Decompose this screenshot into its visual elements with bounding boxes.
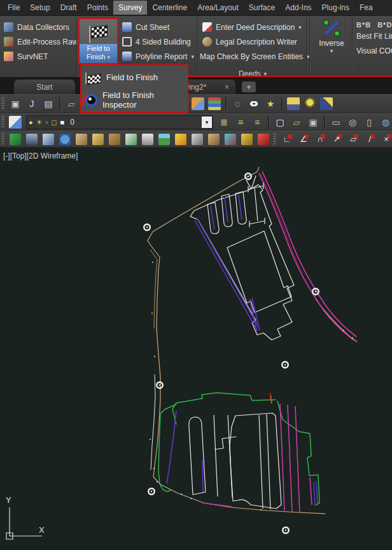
globe-search-icon[interactable] [59,134,71,145]
total-station-icon[interactable] [10,134,21,145]
copy-drawing-icon[interactable]: ▤ [42,97,55,110]
file-tab-bar: Start Drawing2* × + [0,77,392,94]
landscape-icon[interactable] [158,134,170,145]
pick-tool-icon[interactable] [76,134,87,145]
polyline-arc-icon[interactable]: ∩ [314,134,326,145]
field-to-finish-split-button[interactable]: Field to Finish ▾ [78,18,118,64]
drawing-viewport[interactable]: [-][Top][2D Wireframe] Y X [0,148,392,550]
save-file-icon[interactable]: ▣ [307,116,319,129]
ribbon-item-best-fit-line[interactable]: Best Fit Lin [356,29,392,43]
menu-points[interactable]: Points [82,1,113,15]
polyline-join-icon[interactable]: ∠ [298,134,309,145]
layer-combo-arrow[interactable]: ▾ [202,116,212,128]
layer-lock-icon[interactable]: ◻ [51,116,57,128]
stockpile-icon[interactable] [109,134,120,145]
layer-stack-3-icon[interactable]: ≡ [251,116,263,129]
new-drawing-icon[interactable]: ▣ [9,97,22,110]
layer-stack-1-icon[interactable]: ≣ [218,116,230,129]
eye-icon[interactable] [248,97,260,110]
menu-draft[interactable]: Draft [55,1,82,15]
layer-properties-icon[interactable] [9,116,22,129]
layer-stack-2-icon[interactable]: ≡ [234,116,247,129]
polyline-slope-icon[interactable]: / [364,134,375,145]
ribbon-item-data-collectors[interactable]: Data Collectors [4,20,76,34]
surveyor-icon[interactable] [258,134,269,145]
storm-cloud-icon[interactable] [43,134,54,145]
mine-cart-icon[interactable] [225,134,236,145]
layer-combo[interactable]: ●☀▫◻■ 0 ▾ [26,115,213,129]
ribbon-item-visual-cogo[interactable]: Visual COG [356,43,392,58]
open-drawing-icon[interactable]: ▱ [65,97,78,110]
light-spot-icon[interactable] [320,97,333,110]
menu-setup[interactable]: Setup [25,1,55,15]
mining-tools-icon[interactable] [192,134,203,145]
light-bulb-icon[interactable] [304,97,316,110]
ribbon-item-polyline-report[interactable]: Polyline Report ▾ [122,49,196,64]
report-docs-icon[interactable] [125,134,137,145]
print-preview-icon[interactable]: ◎ [346,116,359,129]
inverse-panel: Inverse ▾ [313,16,350,77]
close-tab-icon[interactable]: × [225,83,229,92]
ribbon-item-map-check[interactable]: Map Check By Screen Entities ▾ [202,49,303,64]
ribbon-item-legal-description-writer[interactable]: Legal Description Writer [202,34,303,49]
menu-item-field-to-finish-inspector[interactable]: Field to Finish Inspector [81,88,187,111]
point-convert-icons: B*B B*D D [356,21,392,29]
ribbon-item-4-sided-building[interactable]: 4 Sided Building [122,34,196,49]
data-collectors-label: Data Collectors [17,23,69,32]
menu-survey[interactable]: Survey [113,1,147,15]
b-to-b-icon[interactable]: B*B [356,21,371,29]
web-globe-icon[interactable]: ◍ [379,116,392,129]
menu-features[interactable]: Fea [354,1,378,15]
publish-icon[interactable]: ▯ [363,116,375,129]
point-marker-dot [151,313,153,314]
tub-icon[interactable] [142,134,153,145]
ribbon-item-enter-deed-description[interactable]: Enter Deed Description ▾ [202,20,303,34]
image-insert-icon[interactable] [192,97,204,110]
menu-file[interactable]: File [3,1,25,15]
camera-icon[interactable] [92,134,104,145]
cad-polyline [227,231,291,313]
lightning-icon[interactable] [175,134,186,145]
ribbon-item-cut-sheet[interactable]: Cut Sheet [122,20,196,34]
erase-highlight-icon[interactable]: ◌ [231,97,244,110]
road-icon[interactable] [26,134,38,145]
layer-freeze-icon[interactable]: ▫ [46,116,48,128]
layer-color-swatch[interactable]: ■ [60,116,65,128]
layer-on-bulb-icon[interactable]: ● [29,116,33,128]
field-to-finish-dropdown-part[interactable]: Field to Finish ▾ [80,44,117,63]
cad-polyline [150,250,157,328]
layer-sun-icon[interactable]: ☀ [36,116,43,128]
new-file-icon[interactable]: ▢ [274,116,286,129]
menu-area-layout[interactable]: Area/Layout [192,1,244,15]
color-bands-icon[interactable] [208,97,221,110]
b-to-d-icon[interactable]: B*D [377,21,392,29]
toolbar-grip[interactable] [273,133,276,146]
polyline-curve-icon[interactable]: ↗ [331,134,342,145]
inverse-button[interactable]: Inverse ▾ [313,18,350,54]
dropdown-arrow-icon: ▾ [298,24,302,31]
menu-plug-ins[interactable]: Plug-ins [317,1,354,15]
toolbar-grip[interactable] [1,133,4,146]
menu-item-field-to-finish[interactable]: Field to Finish [81,66,187,88]
light-point-icon[interactable] [287,97,300,110]
polyline-vertex-icon[interactable]: ∟ [281,134,293,145]
tab-start[interactable]: Start [14,80,75,94]
hook-tool-icon[interactable]: J [25,97,38,110]
menu-add-ins[interactable]: Add-Ins [280,1,316,15]
jackhammer-icon[interactable] [208,134,220,145]
viewport-controls-label[interactable]: [-][Top][2D Wireframe] [3,152,78,160]
print-icon[interactable]: ▭ [330,116,342,129]
toolbar-grip[interactable] [1,97,4,110]
magic-wand-icon[interactable]: ★ [264,97,277,110]
menu-centerline[interactable]: Centerline [147,1,192,15]
new-tab-button[interactable]: + [242,81,256,92]
dump-truck-icon[interactable] [241,134,253,145]
toolbar-grip[interactable] [1,116,4,129]
panel-divider [306,17,307,76]
ribbon-item-edit-process-raw[interactable]: Edit-Process Raw [4,34,76,49]
menu-surface[interactable]: Surface [244,1,280,15]
polyline-area-icon[interactable]: ▱ [347,134,359,145]
ribbon-item-survnet[interactable]: SurvNET [4,49,76,64]
open-file-icon[interactable]: ▱ [290,116,303,129]
polyline-break-icon[interactable]: × [381,134,392,145]
